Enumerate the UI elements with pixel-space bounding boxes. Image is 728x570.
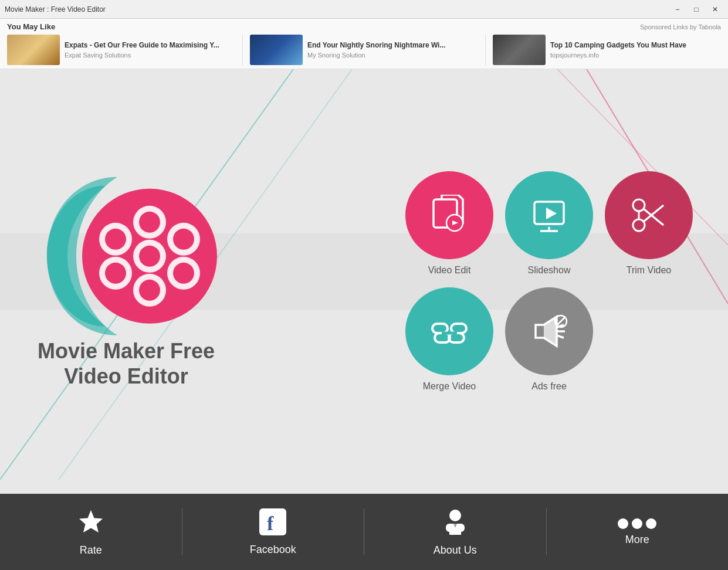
ad-thumb-3: [493, 35, 546, 65]
ad-item-1[interactable]: Expats - Get Our Free Guide to Maximisin…: [7, 35, 235, 65]
trim-video-icon: [628, 195, 669, 236]
svg-marker-23: [546, 208, 557, 219]
ad-thumb-2: [250, 35, 303, 65]
close-button[interactable]: ✕: [707, 4, 723, 15]
svg-point-7: [139, 246, 160, 267]
ad-item-3[interactable]: Top 10 Camping Gadgets You Must Have top…: [493, 35, 721, 65]
rate-button[interactable]: Rate: [0, 494, 182, 570]
svg-point-13: [105, 229, 126, 250]
dot-2: [632, 518, 642, 529]
ad-thumb-1: [7, 35, 60, 65]
video-edit-icon: [429, 195, 470, 236]
ad-title-2: End Your Nightly Snoring Nightmare Wi...: [307, 41, 478, 50]
slideshow-circle: [505, 171, 593, 259]
logo-area: Movie Maker Free Video Editor: [35, 174, 217, 389]
ads-free-circle: [505, 287, 593, 375]
minimize-button[interactable]: −: [669, 4, 686, 15]
svg-line-29: [644, 209, 663, 225]
merge-video-icon: [429, 311, 470, 352]
ad-divider-1: [242, 35, 243, 65]
ad-you-may-like-label: You May Like: [7, 22, 55, 31]
video-edit-button[interactable]: Video Edit: [405, 171, 493, 276]
svg-line-40: [557, 335, 564, 338]
merge-video-circle: [405, 287, 493, 375]
ads-free-button[interactable]: Ads free: [505, 287, 593, 392]
facebook-button[interactable]: f Facebook: [182, 494, 364, 570]
svg-point-15: [173, 229, 194, 250]
slideshow-icon: [529, 195, 570, 236]
ad-source-2: My Snoring Solution: [307, 52, 478, 59]
slideshow-label: Slideshow: [528, 265, 571, 276]
svg-point-19: [173, 263, 194, 284]
person-icon: [441, 508, 469, 540]
about-us-button[interactable]: About Us: [364, 494, 546, 570]
svg-line-28: [644, 205, 663, 222]
trim-video-circle: [605, 171, 693, 259]
svg-point-27: [633, 199, 645, 211]
more-button[interactable]: More: [547, 494, 729, 570]
ads-free-label: Ads free: [531, 381, 567, 392]
more-dots-icon: [618, 518, 656, 529]
trim-video-button[interactable]: Trim Video: [605, 171, 693, 276]
ad-sponsored-label: Sponsored Links by Taboola: [640, 23, 721, 30]
merge-video-label: Merge Video: [423, 381, 476, 392]
trim-video-label: Trim Video: [627, 265, 671, 276]
ad-divider-2: [485, 35, 486, 65]
dot-3: [646, 518, 656, 529]
app-title: Movie Maker : Free Video Editor: [5, 5, 106, 13]
svg-point-46: [449, 510, 461, 521]
logo-line2: Video Editor: [38, 364, 215, 389]
more-label: More: [625, 534, 649, 546]
ad-banner: You May Like Sponsored Links by Taboola …: [0, 19, 728, 69]
dot-1: [618, 518, 628, 529]
facebook-label: Facebook: [250, 544, 296, 556]
features-grid: Video Edit Slideshow: [405, 171, 693, 392]
facebook-icon: f: [259, 508, 286, 539]
svg-line-42: [557, 317, 565, 325]
logo-text: Movie Maker Free Video Editor: [38, 338, 215, 389]
ad-items: Expats - Get Our Free Guide to Maximisin…: [7, 35, 721, 65]
svg-text:f: f: [267, 513, 274, 534]
svg-point-26: [633, 219, 645, 231]
window-controls: − □ ✕: [669, 4, 723, 15]
svg-point-9: [139, 212, 160, 233]
ads-free-icon: [529, 311, 570, 352]
about-us-label: About Us: [434, 544, 477, 557]
ad-title-1: Expats - Get Our Free Guide to Maximisin…: [65, 41, 235, 50]
maximize-button[interactable]: □: [688, 4, 705, 15]
svg-point-11: [139, 280, 160, 301]
main-content: Movie Maker Free Video Editor Video Edit: [0, 69, 728, 494]
titlebar: Movie Maker : Free Video Editor − □ ✕: [0, 0, 728, 19]
ad-source-3: topsjourneys.info: [550, 52, 721, 59]
svg-marker-43: [79, 510, 103, 532]
svg-point-17: [105, 263, 126, 284]
slideshow-button[interactable]: Slideshow: [505, 171, 593, 276]
star-icon: [77, 508, 105, 540]
svg-rect-48: [449, 530, 461, 535]
ad-title-3: Top 10 Camping Gadgets You Must Have: [550, 41, 721, 50]
app-logo: [35, 174, 217, 338]
ad-source-1: Expat Saving Solutions: [65, 52, 235, 59]
video-edit-circle: [405, 171, 493, 259]
bottom-toolbar: Rate f Facebook About Us: [0, 494, 728, 570]
ad-header: You May Like Sponsored Links by Taboola: [7, 22, 721, 31]
ad-item-2[interactable]: End Your Nightly Snoring Nightmare Wi...…: [250, 35, 478, 65]
video-edit-label: Video Edit: [428, 265, 471, 276]
logo-line1: Movie Maker Free: [38, 338, 215, 364]
rate-label: Rate: [80, 544, 102, 557]
merge-video-button[interactable]: Merge Video: [405, 287, 493, 392]
